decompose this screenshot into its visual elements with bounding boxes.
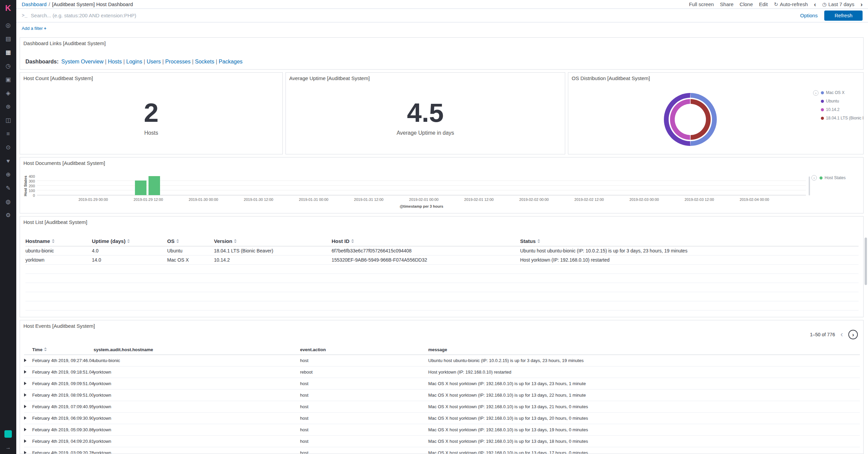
query-options-button[interactable]: Options bbox=[800, 13, 818, 18]
host-list-cell bbox=[25, 283, 92, 292]
host-event-cell: February 4th 2019, 05:09:30.860 bbox=[32, 424, 94, 436]
host-list-cell: Ubuntu bbox=[167, 246, 214, 256]
expander-cell[interactable] bbox=[24, 447, 32, 454]
host-list-row[interactable]: ubuntu-bionic4.0Ubuntu18.04.1 LTS (Bioni… bbox=[25, 246, 859, 256]
host-event-cell: Mac OS X host yorktown (IP: 192.168.0.10… bbox=[428, 401, 860, 413]
bar-2019-01-29-09-00[interactable] bbox=[135, 181, 146, 195]
expander-cell[interactable] bbox=[24, 390, 32, 401]
sidebar-item-apm[interactable]: ⊙ bbox=[0, 140, 16, 154]
time-forward-button[interactable]: › bbox=[861, 1, 863, 7]
sidebar-item-management[interactable]: ⚙ bbox=[0, 208, 16, 222]
column-header-uptime-days[interactable]: Uptime (days) bbox=[92, 236, 167, 246]
host-events-body: February 4th 2019, 09:27:46.040ubuntu-bi… bbox=[24, 355, 860, 454]
hd-x-axis: 2019-01-29 00:002019-01-29 12:002019-01-… bbox=[20, 197, 863, 202]
chart-scrollbar[interactable] bbox=[809, 176, 810, 195]
sidebar-item-discover[interactable]: ◎ bbox=[0, 18, 16, 32]
column-header-host-id[interactable]: Host ID bbox=[332, 236, 520, 246]
os-donut-chart[interactable] bbox=[664, 93, 717, 146]
search-input[interactable] bbox=[31, 9, 797, 22]
time-back-button[interactable]: ‹ bbox=[814, 1, 816, 7]
breadcrumb-current: [Auditbeat System] Host Dashboard bbox=[52, 1, 133, 7]
dashboard-link-hosts[interactable]: Hosts bbox=[108, 59, 122, 64]
dashboard-link-logins[interactable]: Logins bbox=[126, 59, 142, 64]
host-list-cell bbox=[167, 283, 214, 292]
expander-cell[interactable] bbox=[24, 355, 32, 366]
sidebar-item-visualize[interactable]: ▤ bbox=[0, 32, 16, 45]
host-event-cell: host bbox=[300, 447, 428, 454]
legend-item-ubuntu[interactable]: Ubuntu bbox=[821, 99, 864, 103]
breadcrumb-dashboard-link[interactable]: Dashboard bbox=[22, 1, 46, 7]
host-list-cell bbox=[92, 265, 167, 274]
kibana-logo[interactable]: K bbox=[0, 0, 16, 16]
dashboard-link-sockets[interactable]: Sockets bbox=[195, 59, 214, 64]
expander-cell[interactable] bbox=[24, 436, 32, 447]
share-button[interactable]: Share bbox=[720, 1, 733, 7]
host-event-row: February 4th 2019, 05:09:30.860yorktownh… bbox=[24, 424, 860, 436]
column-header-hostname[interactable]: Hostname bbox=[25, 236, 92, 246]
add-filter-button[interactable]: Add a filter+ bbox=[22, 26, 46, 31]
column-header-message[interactable]: message bbox=[428, 345, 860, 355]
host-event-row: February 4th 2019, 08:09:51.000yorktownh… bbox=[24, 390, 860, 401]
space-avatar[interactable] bbox=[4, 430, 12, 438]
legend-toggle-icon[interactable]: › bbox=[813, 90, 818, 96]
query-prompt-icon: >_ bbox=[22, 13, 27, 18]
next-page-button[interactable]: › bbox=[848, 330, 858, 339]
host-list-cell bbox=[167, 292, 214, 301]
column-header-version[interactable]: Version bbox=[214, 236, 332, 246]
page-scrollbar-thumb[interactable] bbox=[865, 238, 867, 285]
sidebar-item-uptime[interactable]: ♥ bbox=[0, 154, 16, 168]
full-screen-button[interactable]: Full screen bbox=[689, 1, 714, 7]
expander-cell[interactable] bbox=[24, 424, 32, 436]
column-header-system-audit-host-hostname[interactable]: system.audit.host.hostname bbox=[94, 345, 300, 355]
host-event-cell: February 4th 2019, 06:09:30.907 bbox=[32, 413, 94, 424]
time-picker-button[interactable]: ◷ Last 7 days bbox=[822, 1, 854, 7]
legend-color-dot bbox=[821, 100, 824, 103]
sidebar-item-monitoring[interactable]: ◍ bbox=[0, 195, 16, 208]
host-list-cell bbox=[25, 292, 92, 301]
dev-tools-icon: ✎ bbox=[6, 185, 11, 191]
column-header-event-action[interactable]: event.action bbox=[300, 345, 428, 355]
expander-cell[interactable] bbox=[24, 366, 32, 378]
sidebar-item-graph[interactable]: ⊕ bbox=[0, 168, 16, 181]
host-list-cell bbox=[92, 283, 167, 292]
legend-item-host-states[interactable]: Host States bbox=[820, 175, 846, 180]
dashboard-link-processes[interactable]: Processes bbox=[165, 59, 191, 64]
dashboard-link-packages[interactable]: Packages bbox=[219, 59, 242, 64]
column-header-os[interactable]: OS bbox=[167, 236, 214, 246]
sidebar-item-infrastructure[interactable]: ◫ bbox=[0, 113, 16, 127]
expander-cell[interactable] bbox=[24, 401, 32, 413]
sidebar-item-timelion[interactable]: ◷ bbox=[0, 59, 16, 73]
host-list-cell: Mac OS X bbox=[167, 256, 214, 265]
sidebar-item-canvas[interactable]: ▣ bbox=[0, 73, 16, 86]
refresh-button[interactable]: Refresh bbox=[824, 11, 863, 21]
row-expand-icon bbox=[24, 428, 26, 431]
os-legend-items: Mac OS XUbuntu10.14.218.04.1 LTS (Bionic… bbox=[821, 90, 864, 120]
legend-toggle-icon[interactable]: › bbox=[811, 175, 817, 181]
metric-value: 2 bbox=[144, 99, 158, 126]
column-header-status[interactable]: Status bbox=[520, 236, 859, 246]
dashboard-link-users[interactable]: Users bbox=[146, 59, 161, 64]
sidebar-item-machine-learning[interactable]: ⊛ bbox=[0, 100, 16, 113]
bar-2019-01-29-12-00[interactable] bbox=[149, 176, 160, 195]
dashboard-link-system-overview[interactable]: System Overview bbox=[61, 59, 103, 64]
sidebar-item-dashboard[interactable]: ▦ bbox=[0, 45, 16, 59]
host-list-row[interactable]: yorktown14.0Mac OS X10.14.2155320EF-9AB6… bbox=[25, 256, 859, 265]
column-header-time[interactable]: Time bbox=[32, 345, 94, 355]
top-nav-bar: Dashboard / [Auditbeat System] Host Dash… bbox=[16, 0, 868, 9]
sidebar-collapse-button[interactable]: → bbox=[5, 444, 11, 451]
sidebar-item-maps[interactable]: ◈ bbox=[0, 86, 16, 100]
previous-page-button[interactable]: ‹ bbox=[841, 331, 843, 338]
legend-item-mac-os-x[interactable]: Mac OS X bbox=[821, 90, 864, 95]
expander-cell[interactable] bbox=[24, 413, 32, 424]
clone-button[interactable]: Clone bbox=[739, 1, 753, 7]
auto-refresh-button[interactable]: ↻ Auto-refresh bbox=[774, 1, 808, 7]
legend-item-10-14-2[interactable]: 10.14.2 bbox=[821, 107, 864, 112]
infrastructure-icon: ◫ bbox=[5, 117, 11, 123]
refresh-icon: ↻ bbox=[774, 1, 778, 7]
row-expand-icon bbox=[24, 382, 26, 385]
expander-cell[interactable] bbox=[24, 378, 32, 390]
legend-item-18-04-1-lts-bionic-b[interactable]: 18.04.1 LTS (Bionic B... bbox=[821, 116, 864, 120]
sidebar-item-logs[interactable]: ≡ bbox=[0, 127, 16, 140]
sidebar-item-dev-tools[interactable]: ✎ bbox=[0, 181, 16, 195]
edit-button[interactable]: Edit bbox=[759, 1, 768, 7]
